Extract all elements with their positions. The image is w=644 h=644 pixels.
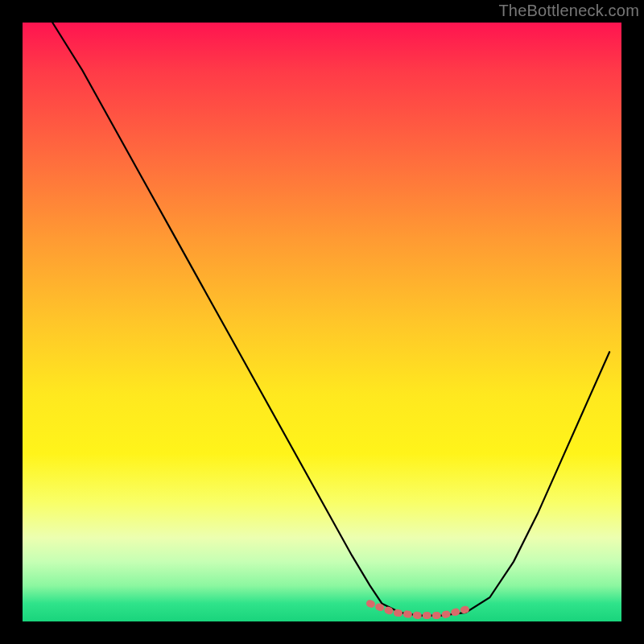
curve-layer: [23, 23, 621, 621]
chart-frame: TheBottleneck.com: [0, 0, 644, 644]
watermark-text: TheBottleneck.com: [498, 2, 639, 20]
plot-area: [23, 23, 621, 621]
bottleneck-curve-left: [52, 23, 418, 616]
bottleneck-curve-right: [418, 352, 609, 615]
